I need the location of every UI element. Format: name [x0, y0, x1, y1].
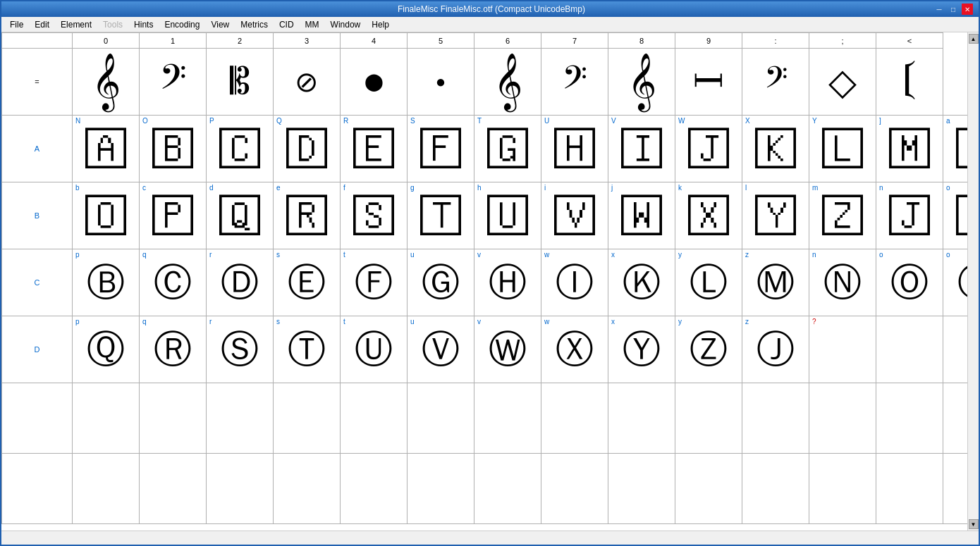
menu-tools[interactable]: Tools	[97, 18, 128, 31]
glyph-cell[interactable]: 𝄞	[73, 49, 140, 116]
glyph-cell[interactable]: S 🄵	[408, 116, 474, 182]
glyph-cell[interactable]: W 🄹	[675, 116, 742, 182]
glyph-cell-empty[interactable]	[474, 454, 541, 524]
glyph-cell[interactable]: t Ⓤ	[341, 316, 408, 383]
glyph-cell[interactable]: t Ⓕ	[341, 249, 408, 316]
glyph-cell-empty[interactable]	[675, 454, 742, 524]
glyph-cell-empty[interactable]	[140, 383, 207, 454]
glyph-cell-empty[interactable]	[341, 454, 408, 524]
glyph-cell[interactable]: 𝄢	[742, 49, 809, 116]
glyph-cell[interactable]: h 🅄	[474, 182, 541, 249]
glyph-cell-empty[interactable]	[408, 454, 474, 524]
menu-encoding[interactable]: Encoding	[159, 18, 205, 31]
glyph-cell[interactable]: g 🅃	[408, 182, 474, 249]
glyph-cell-empty[interactable]	[274, 383, 341, 454]
glyph-cell[interactable]: i 🅅	[541, 182, 608, 249]
glyph-cell[interactable]: X 🄺	[742, 116, 809, 182]
menu-mm[interactable]: MM	[300, 18, 325, 31]
glyph-cell-empty[interactable]	[943, 383, 968, 454]
glyph-cell-empty[interactable]	[541, 454, 608, 524]
glyph-cell-empty[interactable]	[274, 454, 341, 524]
glyph-cell[interactable]: r Ⓓ	[207, 249, 274, 316]
close-button[interactable]: ✕	[962, 4, 973, 15]
glyph-cell-empty[interactable]	[341, 383, 408, 454]
glyph-cell[interactable]: T 🄶	[474, 116, 541, 182]
glyph-cell[interactable]: w Ⓧ	[541, 316, 608, 383]
menu-metrics[interactable]: Metrics	[235, 18, 274, 31]
glyph-cell[interactable]: z Ⓜ	[742, 249, 809, 316]
glyph-cell[interactable]: 𝄕	[876, 49, 943, 116]
glyph-cell-empty[interactable]	[876, 454, 943, 524]
glyph-cell[interactable]: ] 🄼	[876, 116, 943, 182]
glyph-cell[interactable]: p Ⓠ	[73, 316, 140, 383]
glyph-cell[interactable]: s Ⓣ	[274, 316, 341, 383]
glyph-cell[interactable]: 𝄢	[140, 49, 207, 116]
glyph-cell-empty[interactable]	[73, 454, 140, 524]
glyph-cell[interactable]: 𝄞	[474, 49, 541, 116]
glyph-cell[interactable]: v Ⓗ	[474, 249, 541, 316]
glyph-cell-empty[interactable]	[73, 383, 140, 454]
glyph-cell-empty[interactable]	[943, 454, 968, 524]
glyph-cell[interactable]: d 🅀	[207, 182, 274, 249]
grid-scroll-area[interactable]: 0 1 2 3 4 5 6 7 8 9 : ; <	[1, 32, 979, 531]
glyph-cell[interactable]: j 🅆	[608, 182, 675, 249]
glyph-cell[interactable]: Q 🄳	[274, 116, 341, 182]
glyph-cell[interactable]: l 🅈	[742, 182, 809, 249]
glyph-cell-empty[interactable]	[207, 383, 274, 454]
glyph-cell[interactable]: x Ⓚ	[608, 249, 675, 316]
glyph-cell-empty[interactable]	[140, 454, 207, 524]
scroll-down-button[interactable]: ▼	[969, 519, 979, 529]
glyph-cell[interactable]: 𝄢	[541, 49, 608, 116]
glyph-cell[interactable]: p Ⓑ	[73, 249, 140, 316]
glyph-cell-empty[interactable]	[876, 316, 943, 383]
glyph-cell-empty[interactable]	[207, 454, 274, 524]
glyph-cell[interactable]: 𝄞	[608, 49, 675, 116]
glyph-cell[interactable]: V 🄸	[608, 116, 675, 182]
glyph-cell-empty[interactable]	[876, 383, 943, 454]
glyph-cell[interactable]: k 🅇	[675, 182, 742, 249]
vertical-scrollbar[interactable]: ▲ ▼	[967, 32, 979, 531]
glyph-cell[interactable]: b 🄾	[73, 182, 140, 249]
glyph-cell[interactable]: o 🄿	[943, 182, 968, 249]
glyph-cell[interactable]: s Ⓔ	[274, 249, 341, 316]
glyph-cell-empty[interactable]	[541, 383, 608, 454]
glyph-cell[interactable]: N 🄰	[73, 116, 140, 182]
menu-view[interactable]: View	[205, 18, 235, 31]
glyph-cell[interactable]: 𝄡	[207, 49, 274, 116]
glyph-cell[interactable]: o Ⓞ	[876, 249, 943, 316]
glyph-cell-empty[interactable]	[474, 383, 541, 454]
glyph-cell-empty[interactable]	[408, 383, 474, 454]
glyph-cell-empty[interactable]	[943, 316, 968, 383]
glyph-cell[interactable]: f 🅂	[341, 182, 408, 249]
glyph-cell[interactable]: r Ⓢ	[207, 316, 274, 383]
glyph-cell-empty[interactable]	[675, 383, 742, 454]
glyph-cell-empty[interactable]	[608, 454, 675, 524]
glyph-cell[interactable]: x Ⓨ	[608, 316, 675, 383]
glyph-cell[interactable]: u Ⓥ	[408, 316, 474, 383]
glyph-cell-empty[interactable]	[742, 383, 809, 454]
menu-hints[interactable]: Hints	[128, 18, 159, 31]
glyph-cell[interactable]: ⬤	[341, 49, 408, 116]
glyph-cell[interactable]: m 🅉	[809, 182, 876, 249]
glyph-cell[interactable]: u Ⓖ	[408, 249, 474, 316]
glyph-cell[interactable]: c 🄿	[140, 182, 207, 249]
glyph-cell[interactable]: q Ⓒ	[140, 249, 207, 316]
glyph-cell[interactable]: O 🄱	[140, 116, 207, 182]
glyph-cell-empty[interactable]	[809, 454, 876, 524]
glyph-cell[interactable]: y Ⓛ	[675, 249, 742, 316]
glyph-cell[interactable]: ?	[809, 316, 876, 383]
menu-window[interactable]: Window	[325, 18, 367, 31]
glyph-cell[interactable]: 𝄩	[675, 49, 742, 116]
glyph-cell[interactable]: o Ⓟ	[943, 249, 968, 316]
menu-help[interactable]: Help	[366, 18, 395, 31]
glyph-cell[interactable]: q Ⓡ	[140, 316, 207, 383]
menu-edit[interactable]: Edit	[29, 18, 55, 31]
menu-element[interactable]: Element	[55, 18, 97, 31]
glyph-cell[interactable]: P 🄲	[207, 116, 274, 182]
menu-cid[interactable]: CID	[274, 18, 300, 31]
minimize-button[interactable]: ─	[933, 4, 945, 15]
glyph-cell[interactable]: w Ⓘ	[541, 249, 608, 316]
glyph-cell[interactable]: Y 🄻	[809, 116, 876, 182]
glyph-cell[interactable]: R 🄴	[341, 116, 408, 182]
menu-file[interactable]: File	[4, 18, 29, 31]
